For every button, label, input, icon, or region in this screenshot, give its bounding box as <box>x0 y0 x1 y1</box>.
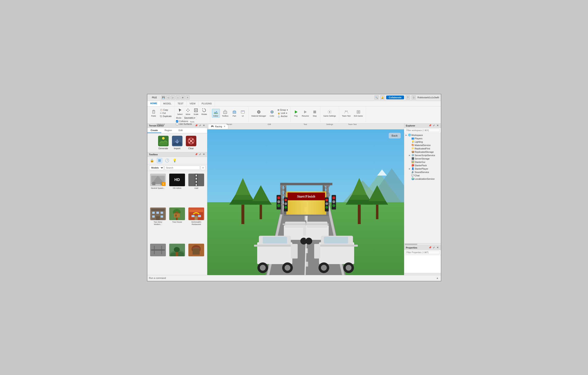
terrain-pin-icon[interactable]: 📌 <box>195 124 198 127</box>
editor-button[interactable]: Editor <box>212 109 220 118</box>
toolbox-tab-inventory[interactable]: 🔒 <box>149 158 155 164</box>
explorer-expand-icon[interactable]: ⤢ <box>432 124 435 127</box>
tree-item-workspace[interactable]: ▶ 🌐 Workspace <box>404 133 441 137</box>
toolbox-item-misc1[interactable] <box>149 243 167 273</box>
home-icon[interactable]: ⌂ <box>176 95 180 99</box>
toolbox-category-select[interactable]: Models <box>149 165 164 170</box>
tab-model[interactable]: MODEL <box>160 101 175 106</box>
move-button[interactable]: Move <box>184 107 192 116</box>
toolbox-ribbon-button[interactable]: Toolbox <box>221 109 230 117</box>
duplicate-button[interactable]: ⿻ Duplicate <box>159 115 173 118</box>
explorer-scrollbar-h[interactable] <box>404 243 441 245</box>
collisions-checkbox[interactable]: Collisions <box>176 120 188 122</box>
part-button[interactable]: Part <box>231 109 238 117</box>
terrain-generate-tool[interactable]: Generate <box>158 136 168 150</box>
redo-icon[interactable]: ▷ <box>171 95 175 99</box>
toolbox-tab-recent[interactable]: 🕐 <box>164 158 170 164</box>
terrain-import-tool[interactable]: Import <box>172 136 182 150</box>
file-menu[interactable]: FILE <box>149 95 160 99</box>
toolbox-item-neutral-spawn[interactable]: S Neutral Spawn... <box>149 173 167 205</box>
copy-button[interactable]: 📋 Copy <box>159 109 173 111</box>
join-surfaces-checkbox[interactable]: Join Surfaces <box>176 123 192 125</box>
explorer-filter-input[interactable] <box>406 129 440 132</box>
rotate-button[interactable]: Rotate <box>200 107 208 116</box>
properties-pin-icon[interactable]: 📌 <box>429 246 431 249</box>
toolbox-item-misc3[interactable] <box>187 243 205 273</box>
color-button[interactable]: Color <box>268 109 276 117</box>
toolbox-grid-btn[interactable]: ≡ <box>201 165 205 170</box>
collaborate-button[interactable]: Collaborate <box>386 96 404 99</box>
tree-item-soundservice[interactable]: 🔊 SoundService <box>404 170 441 174</box>
play-button[interactable]: Play <box>292 109 300 117</box>
join-surfaces-input[interactable] <box>176 123 178 125</box>
explorer-pin-icon[interactable]: 📌 <box>429 124 431 127</box>
toolbox-item-building[interactable]: Two-Story Modern... <box>149 207 167 242</box>
toolbox-item-treehouse[interactable]: Tree House <box>168 207 186 242</box>
share-icon[interactable]: ⟨⟩ <box>412 95 416 99</box>
tree-item-replicatedfirst[interactable]: 📁 ReplicatedFirst <box>404 147 441 150</box>
lock-button[interactable]: 🔒 Lock ▾ <box>277 112 289 114</box>
toolbox-expand-icon[interactable]: ⤢ <box>199 153 202 156</box>
tree-item-players[interactable]: 👥 Players <box>404 137 441 140</box>
toolbox-pin-icon[interactable]: 📌 <box>195 153 198 156</box>
properties-scrollbar-h[interactable] <box>404 273 441 275</box>
tree-item-chat[interactable]: 💬 Chat <box>404 174 441 177</box>
tree-item-starterpack[interactable]: 🎒 StarterPack <box>404 164 441 167</box>
viewport-canvas[interactable]: Start/Finish <box>207 129 404 275</box>
anchor-button[interactable]: ⚓ Anchor <box>277 115 289 118</box>
ui-button[interactable]: UI <box>239 109 247 117</box>
save-icon[interactable]: 💾 <box>161 95 166 99</box>
toolbox-tab-marketplace[interactable]: ⊞ <box>157 158 162 164</box>
toolbox-close-icon[interactable]: ✕ <box>202 153 205 156</box>
team-test-button[interactable]: Team Test <box>341 109 352 117</box>
toolbox-item-mcdonalds[interactable]: McDonald's Restaurant <box>187 207 205 242</box>
collisions-input[interactable] <box>176 120 178 122</box>
tree-item-replicatedstorage[interactable]: 📦 ReplicatedStorage <box>404 150 441 154</box>
viewport-tab-close[interactable]: ✕ <box>223 125 226 128</box>
help-icon[interactable]: ? <box>406 95 410 99</box>
paste-button[interactable]: Paste <box>149 109 158 117</box>
toolbox-search-input[interactable] <box>165 165 200 170</box>
exit-game-button[interactable]: Exit Game <box>353 109 364 117</box>
terrain-expand-icon[interactable]: ⤢ <box>199 124 202 127</box>
search-icon[interactable]: 🔍 <box>374 95 379 99</box>
command-input-label[interactable]: Run a command <box>149 277 436 279</box>
viewport-tab-racing[interactable]: 🎮 Racing ✕ <box>208 124 228 129</box>
resume-button[interactable]: Resume <box>301 109 310 117</box>
properties-filter-input[interactable] <box>406 251 440 254</box>
explorer-close-icon[interactable]: ✕ <box>436 124 439 127</box>
tab-test[interactable]: TEST <box>175 101 187 106</box>
properties-expand-icon[interactable]: ⤢ <box>432 246 435 249</box>
toolbox-item-hd-admin[interactable]: HD HD Admin <box>168 173 186 205</box>
notification-icon[interactable]: 🔔 <box>380 95 385 99</box>
properties-close-icon[interactable]: ✕ <box>436 246 439 249</box>
publish-icon[interactable]: ⊕ <box>181 95 185 99</box>
select-button[interactable]: Select <box>176 107 184 116</box>
terrain-close-icon[interactable]: ✕ <box>202 124 205 127</box>
cmd-expand-icon[interactable]: ▲ <box>436 276 439 280</box>
tab-view[interactable]: VIEW <box>187 101 199 106</box>
terrain-clear-tool[interactable]: Clear <box>186 136 196 150</box>
group-button[interactable]: ⊞ Group ▾ <box>277 109 289 111</box>
back-button[interactable]: Back <box>389 133 401 138</box>
tree-item-startergui[interactable]: 🖼️ StarterGui <box>404 160 441 164</box>
undo-icon[interactable]: ◁ <box>166 95 170 99</box>
tab-home[interactable]: HOME <box>147 101 160 106</box>
tree-item-localizationservice[interactable]: 🌍 LocalizationService <box>404 177 441 181</box>
mode-dropdown[interactable]: Geometric ▾ <box>183 116 197 120</box>
game-settings-button[interactable]: Game Settings <box>322 109 337 117</box>
terrain-tab-region[interactable]: Region <box>161 128 175 133</box>
settings-icon[interactable]: ≡ <box>185 95 190 99</box>
tree-item-materialservice[interactable]: 🎨 MaterialService <box>404 143 441 147</box>
material-manager-button[interactable]: Material Manager <box>250 109 267 117</box>
toolbox-tab-favorites[interactable]: 💡 <box>172 158 178 164</box>
cut-button[interactable]: ✂ Cut <box>159 112 173 114</box>
tree-item-lighting[interactable]: 💡 Lighting <box>404 140 441 143</box>
toolbox-item-road[interactable]: road <box>187 173 205 205</box>
toolbox-item-misc2[interactable] <box>168 243 186 273</box>
terrain-tab-edit[interactable]: Edit <box>175 128 186 133</box>
terrain-tab-create[interactable]: Create <box>147 128 161 133</box>
stop-button[interactable]: Stop <box>311 109 318 117</box>
tree-item-starterplayer[interactable]: ▶ 👤 StarterPlayer <box>404 167 441 170</box>
scale-button[interactable]: Scale <box>192 107 200 116</box>
